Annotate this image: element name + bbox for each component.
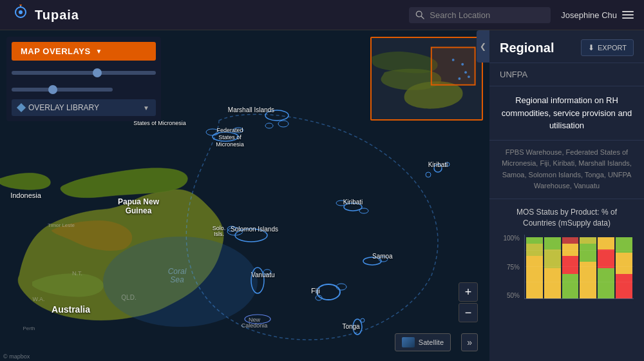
zoom-out-button[interactable]: − [459,303,478,322]
download-icon: ⬇ [588,43,594,52]
bar-segment-0-2 [526,237,543,244]
bar-chart: 100% 75% 50% [500,235,634,312]
search-area[interactable] [409,7,551,23]
bar-segment-1-2 [544,237,561,249]
overlay-library-label: OVERLAY LIBRARY [18,103,99,112]
expand-button[interactable]: » [461,333,478,351]
map-overlays-label: MAP OVERLAYS [21,46,91,56]
bar-segment-4-1 [598,249,614,268]
bar-segment-2-1 [562,256,579,275]
panel-org-label: UNFPA [489,63,644,86]
minimap-background [372,38,482,119]
bar-segment-4-2 [598,237,614,249]
bar-segment-1-0 [544,268,561,299]
bar-segment-3-0 [580,262,596,298]
svg-point-64 [464,71,467,73]
bar-segment-5-2 [616,237,632,253]
dropdown-arrow-icon: ▼ [96,48,102,55]
bar-group-4 [598,236,614,298]
svg-point-65 [458,77,460,80]
overlay-library-icon [17,103,26,112]
minimap[interactable] [370,37,483,121]
panel-header: Regional ⬇ EXPORT [489,30,644,63]
chart-y-axis: 100% 75% 50% [500,235,522,299]
satellite-toggle[interactable]: Satellite [395,333,451,351]
zoom-controls: + − [459,282,478,322]
bar-group-2 [562,236,579,298]
satellite-map-thumbnail [402,337,415,347]
slider-row-1 [12,66,156,77]
satellite-label: Satellite [419,338,444,346]
panel-countries: FPBS Warehouse, Federated States of Micr… [489,141,644,199]
menu-icon[interactable] [622,11,634,19]
bar-segment-1-1 [544,249,561,268]
bar-group-1 [544,236,561,298]
bar-group-0 [526,236,543,298]
chevron-down-icon: ▼ [143,104,149,112]
user-area: Josephine Chu [561,10,634,20]
export-button[interactable]: ⬇ EXPORT [581,39,634,56]
y-label-50: 50% [507,292,520,299]
app-header: Tupaia Josephine Chu [0,0,644,30]
bar-group-3 [580,236,596,298]
y-label-75: 75% [507,264,520,271]
search-input[interactable] [430,10,544,20]
panel-description: Regional information on RH commodities, … [489,86,644,141]
overlay-library-row[interactable]: OVERLAY LIBRARY ▼ [12,99,156,116]
svg-rect-61 [431,48,475,85]
panel-chart-section: MOS Status by Product: % of Countries (m… [489,199,644,320]
overlay-library-text: OVERLAY LIBRARY [28,103,99,112]
logo-area[interactable]: Tupaia [10,5,79,25]
app-title: Tupaia [35,8,79,23]
map-overlay-panel: MAP OVERLAYS ▼ OVERLAY LIBRARY ▼ [6,37,161,121]
map-container[interactable]: Marshall Islands Federated States of Mic… [0,30,489,361]
bar-segment-0-1 [526,244,543,256]
side-panel: Regional ⬇ EXPORT UNFPA Regional informa… [489,30,644,361]
bar-group-5 [616,236,632,298]
opacity-slider-2[interactable] [12,88,113,92]
svg-point-63 [461,63,464,66]
bar-segment-0-0 [526,256,543,299]
chart-bars-area [524,235,634,299]
y-label-100: 100% [503,235,520,242]
map-overlays-button[interactable]: MAP OVERLAYS ▼ [12,42,156,61]
svg-point-62 [452,59,455,61]
bar-segment-3-2 [580,237,596,244]
bar-segment-2-0 [562,274,579,298]
panel-collapse-button[interactable]: ❮ [477,30,489,63]
export-label: EXPORT [598,44,627,52]
svg-point-3 [19,5,22,6]
svg-point-66 [468,75,470,78]
bar-segment-5-1 [616,253,632,274]
zoom-in-button[interactable]: + [459,282,478,302]
bar-segment-2-3 [562,237,579,244]
tupaia-logo-icon [10,5,31,25]
bar-segment-3-1 [580,244,596,262]
bar-segment-4-0 [598,268,614,299]
chart-title: MOS Status by Product: % of Countries (m… [500,207,634,229]
search-icon [415,10,424,19]
bar-segment-2-2 [562,244,579,256]
panel-title: Regional [500,41,554,55]
svg-line-5 [421,16,424,19]
bar-segment-5-0 [616,274,632,298]
opacity-slider-1[interactable] [12,71,156,75]
username-label: Josephine Chu [561,10,617,20]
slider-row-2 [12,83,156,94]
svg-point-1 [19,10,23,14]
map-attribution: © mapbox [3,353,30,360]
